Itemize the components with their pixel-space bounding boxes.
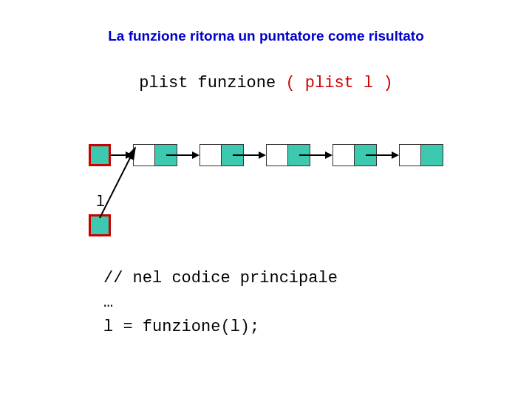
code-line-ellipsis: …: [103, 290, 338, 315]
pointer-diagonal-line: [0, 0, 532, 399]
svg-line-0: [100, 148, 135, 218]
code-line-assignment: l = funzione(l);: [103, 315, 338, 339]
code-line-comment: // nel codice principale: [103, 266, 338, 290]
code-block: // nel codice principale … l = funzione(…: [103, 266, 338, 339]
